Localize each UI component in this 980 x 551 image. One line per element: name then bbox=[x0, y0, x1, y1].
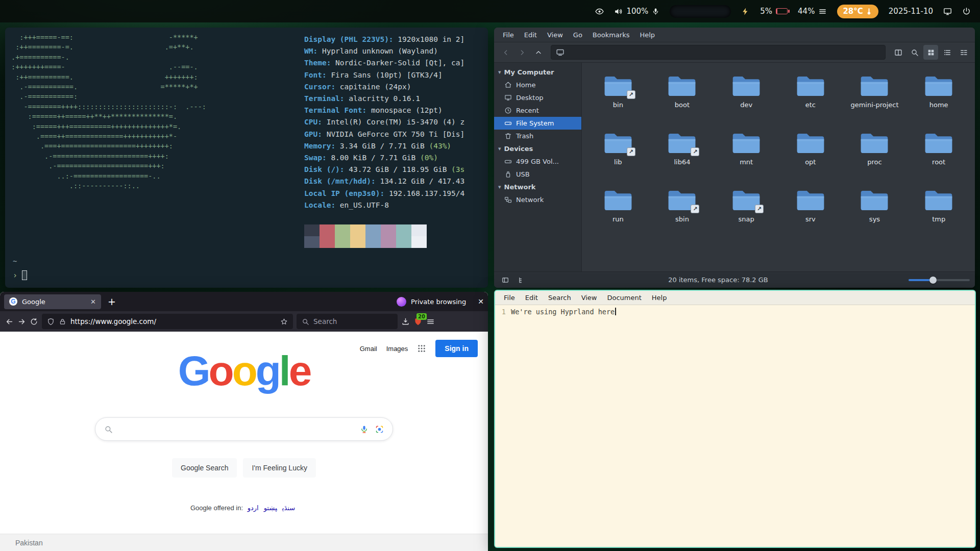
fm-menubar: FileEditViewGoBookmarksHelp bbox=[494, 28, 975, 42]
file-manager-window[interactable]: FileEditViewGoBookmarksHelp ▾My Computer… bbox=[494, 28, 975, 288]
compact-view-button[interactable] bbox=[956, 45, 971, 60]
url-text[interactable]: https://www.google.com/ bbox=[70, 317, 276, 325]
folder-item-snap[interactable]: ↗snap bbox=[714, 185, 778, 242]
sidebar-item-network[interactable]: Network bbox=[494, 193, 581, 206]
split-view-button[interactable] bbox=[891, 45, 905, 60]
text-editor-window[interactable]: FileEditSearchViewDocumentHelp 1 We're u… bbox=[494, 290, 976, 548]
icon-view-button[interactable] bbox=[923, 45, 938, 60]
fetch-line: Terminal: alacritty 0.16.1 bbox=[304, 93, 464, 105]
fetch-percent: (43%) bbox=[429, 142, 451, 150]
search-bar[interactable]: Search bbox=[297, 314, 398, 329]
sidebar-item-home[interactable]: Home bbox=[494, 79, 581, 91]
editor-menu-edit[interactable]: Edit bbox=[521, 292, 543, 304]
nav-back-icon[interactable] bbox=[5, 317, 14, 326]
editor-text-area[interactable]: We're using Hyprland here bbox=[509, 305, 616, 547]
folder-item-tmp[interactable]: tmp bbox=[906, 185, 971, 242]
sidebar-section-devices[interactable]: ▾Devices bbox=[494, 142, 581, 155]
folder-item-root[interactable]: root bbox=[906, 128, 971, 185]
folder-item-mnt[interactable]: mnt bbox=[714, 128, 778, 185]
zoom-slider[interactable] bbox=[909, 279, 970, 281]
sidebar-item-desktop[interactable]: Desktop bbox=[494, 91, 581, 104]
language-link[interactable]: سنڌي bbox=[282, 504, 295, 512]
tracking-shield-icon[interactable] bbox=[47, 318, 55, 325]
back-button[interactable] bbox=[498, 45, 513, 60]
fm-menu-go[interactable]: Go bbox=[569, 29, 587, 41]
forward-button[interactable] bbox=[514, 45, 529, 60]
new-tab-button[interactable]: + bbox=[105, 295, 118, 308]
menu-hamburger-icon[interactable] bbox=[426, 317, 435, 326]
folder-item-srv[interactable]: srv bbox=[778, 185, 843, 242]
battery-widget[interactable]: 5% bbox=[760, 7, 788, 16]
folder-item-lib[interactable]: ↗lib bbox=[586, 128, 650, 185]
browser-tab-google[interactable]: G Google ✕ bbox=[4, 294, 101, 309]
editor-menu-document[interactable]: Document bbox=[602, 292, 646, 304]
language-link[interactable]: اردو bbox=[248, 504, 259, 512]
reload-icon[interactable] bbox=[30, 317, 38, 326]
fm-menu-bookmarks[interactable]: Bookmarks bbox=[588, 29, 634, 41]
editor-menu-view[interactable]: View bbox=[577, 292, 602, 304]
folder-item-run[interactable]: run bbox=[586, 185, 650, 242]
folder-item-sbin[interactable]: ↗sbin bbox=[650, 185, 715, 242]
folder-item-etc[interactable]: etc bbox=[778, 71, 843, 128]
folder-item-lib64[interactable]: ↗lib64 bbox=[650, 128, 715, 185]
google-search-button[interactable]: Google Search bbox=[172, 458, 237, 478]
folder-item-bin[interactable]: ↗bin bbox=[586, 71, 650, 128]
nav-forward-icon[interactable] bbox=[17, 317, 26, 326]
fm-menu-view[interactable]: View bbox=[543, 29, 568, 41]
folder-icon: ↗ bbox=[603, 74, 633, 97]
browser-window[interactable]: G Google ✕ + Private browsing ✕ https://… bbox=[0, 292, 488, 551]
sidebar-item-trash[interactable]: Trash bbox=[494, 130, 581, 142]
sidebar-section-network[interactable]: ▾Network bbox=[494, 181, 581, 193]
display-icon[interactable] bbox=[943, 7, 952, 16]
feeling-lucky-button[interactable]: I'm Feeling Lucky bbox=[243, 458, 316, 478]
folder-item-home[interactable]: home bbox=[906, 71, 971, 128]
editor-menu-file[interactable]: File bbox=[499, 292, 520, 304]
fm-menu-file[interactable]: File bbox=[498, 29, 519, 41]
side-pane-toggle-icon[interactable] bbox=[499, 274, 511, 286]
language-link[interactable]: پښتو bbox=[264, 504, 277, 512]
memory-widget[interactable]: 44% bbox=[798, 7, 827, 16]
volume-widget[interactable]: 100% bbox=[614, 7, 659, 16]
fm-menu-edit[interactable]: Edit bbox=[520, 29, 542, 41]
folder-item-opt[interactable]: opt bbox=[778, 128, 843, 185]
fm-menu-help[interactable]: Help bbox=[635, 29, 659, 41]
idle-inhibitor-button[interactable] bbox=[595, 7, 604, 16]
downloads-icon[interactable] bbox=[401, 317, 410, 326]
ublock-extension-button[interactable]: 20 bbox=[413, 317, 423, 326]
editor-menu-search[interactable]: Search bbox=[544, 292, 576, 304]
sidebar-item-recent[interactable]: Recent bbox=[494, 104, 581, 117]
temperature-widget[interactable]: 28°C bbox=[837, 5, 878, 18]
zoom-track[interactable] bbox=[909, 279, 970, 281]
folder-item-boot[interactable]: boot bbox=[650, 71, 715, 128]
sidebar-item-499-gb-vol[interactable]: 499 GB Vol... bbox=[494, 155, 581, 168]
fetch-value: Intel(R) Core(TM) i5-3470 (4) z bbox=[327, 118, 465, 126]
url-bar[interactable]: https://www.google.com/ bbox=[42, 314, 293, 329]
terminal-window[interactable]: :+++=====-==: -*****+ :++========-=. .=+… bbox=[5, 28, 488, 288]
up-button[interactable] bbox=[531, 45, 546, 60]
tab-close-icon[interactable]: ✕ bbox=[90, 298, 96, 306]
editor-menu-help[interactable]: Help bbox=[647, 292, 672, 304]
google-search-box[interactable] bbox=[95, 417, 393, 441]
list-view-button[interactable] bbox=[940, 45, 954, 60]
sidebar-item-usb[interactable]: USB bbox=[494, 168, 581, 181]
search-icon[interactable] bbox=[907, 45, 922, 60]
folder-item-dev[interactable]: dev bbox=[714, 71, 778, 128]
voice-search-icon[interactable] bbox=[360, 425, 369, 434]
folder-item-gemini-project[interactable]: gemini-project bbox=[843, 71, 907, 128]
power-icon[interactable] bbox=[962, 7, 971, 16]
power-profile-icon[interactable] bbox=[741, 7, 750, 16]
sidebar-section-my-computer[interactable]: ▾My Computer bbox=[494, 66, 581, 79]
path-bar[interactable] bbox=[551, 45, 886, 60]
prompt-line[interactable]: › bbox=[13, 270, 27, 280]
folder-item-proc[interactable]: proc bbox=[843, 128, 907, 185]
dir-tree-toggle-icon[interactable] bbox=[516, 274, 528, 286]
folder-item-sys[interactable]: sys bbox=[843, 185, 907, 242]
bookmark-star-icon[interactable] bbox=[280, 318, 288, 325]
zoom-knob[interactable] bbox=[929, 277, 937, 284]
lens-icon[interactable] bbox=[375, 425, 384, 434]
network-ssid-redacted[interactable] bbox=[670, 5, 731, 18]
sidebar-item-file-system[interactable]: File System bbox=[494, 117, 581, 130]
window-close-icon[interactable]: ✕ bbox=[478, 297, 484, 306]
editor-body[interactable]: 1 We're using Hyprland here bbox=[495, 305, 975, 547]
clock-widget[interactable]: 2025-11-10 bbox=[889, 7, 933, 16]
